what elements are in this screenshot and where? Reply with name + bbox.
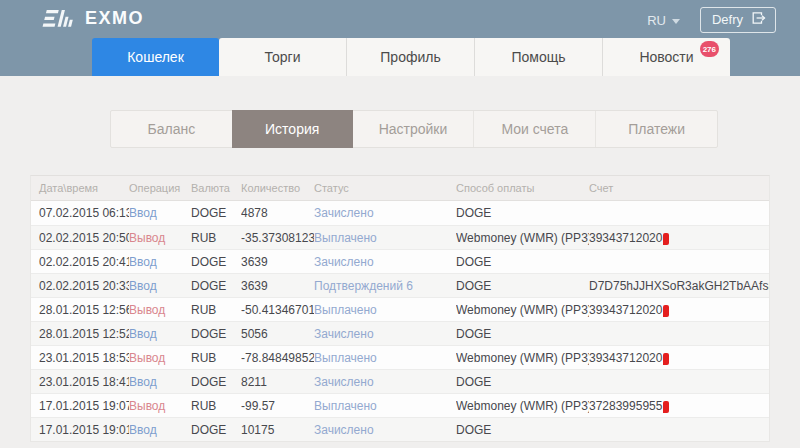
redaction-mark	[663, 305, 669, 317]
cell-currency: RUB	[191, 399, 241, 413]
cell-operation: Вывод	[129, 351, 191, 365]
cell-status[interactable]: Подтверждений 6	[314, 279, 456, 293]
tab-label: Кошелек	[127, 49, 184, 65]
cell-amount: -78.84849852	[241, 351, 314, 365]
cell-status[interactable]: Зачислено	[314, 423, 456, 437]
cell-payment: Webmoney (WMR) (PP3)	[456, 231, 589, 245]
cell-account: 37283995955	[589, 399, 769, 413]
cell-currency: DOGE	[191, 327, 241, 341]
column-header-account: Счет	[589, 182, 769, 194]
cell-amount: 3639	[241, 279, 314, 293]
cell-status[interactable]: Зачислено	[314, 255, 456, 269]
cell-status[interactable]: Выплачено	[314, 231, 456, 245]
tab-label: Новости	[639, 49, 693, 65]
cell-payment: DOGE	[456, 255, 589, 269]
cell-date: 17.01.2015 19:07	[31, 399, 129, 413]
cell-date: 02.02.2015 20:50	[31, 231, 129, 245]
cell-operation: Вывод	[129, 303, 191, 317]
cell-payment: DOGE	[456, 206, 589, 220]
username-label: Defry	[712, 12, 743, 27]
table-row[interactable]: 02.02.2015 20:41ВводDOGE3639ЗачисленоDOG…	[31, 249, 769, 273]
cell-status[interactable]: Выплачено	[314, 399, 456, 413]
subtab-settings[interactable]: Настройки	[353, 111, 474, 147]
table-row[interactable]: 23.01.2015 18:41ВводDOGE8211ЗачисленоDOG…	[31, 369, 769, 393]
cell-amount: 4878	[241, 206, 314, 220]
top-header: EXMO RU Defry Кошелек Торги Профиль	[0, 0, 800, 76]
cell-operation: Вывод	[129, 399, 191, 413]
cell-status[interactable]: Выплачено	[314, 351, 456, 365]
table-row[interactable]: 23.01.2015 18:53ВыводRUB-78.84849852Выпл…	[31, 345, 769, 369]
cell-currency: RUB	[191, 231, 241, 245]
cell-operation: Ввод	[129, 375, 191, 389]
subtab-label: История	[265, 121, 319, 137]
chevron-down-icon	[672, 19, 680, 24]
column-header-status: Статус	[314, 182, 456, 194]
tab-news[interactable]: Новости 276	[602, 38, 730, 76]
column-header-currency: Валюта	[191, 182, 241, 194]
redaction-mark	[663, 401, 669, 413]
cell-amount: 8211	[241, 375, 314, 389]
cell-payment: Webmoney (WMR) (PP3)	[456, 351, 589, 365]
cell-date: 02.02.2015 20:33	[31, 279, 129, 293]
tab-help[interactable]: Помощь	[474, 38, 602, 76]
cell-status[interactable]: Выплачено	[314, 303, 456, 317]
cell-date: 28.01.2015 12:56	[31, 303, 129, 317]
cell-payment: DOGE	[456, 423, 589, 437]
tab-label: Торги	[265, 49, 301, 65]
table-row[interactable]: 17.01.2015 19:01ВводDOGE10175ЗачисленоDO…	[31, 417, 769, 441]
cell-operation: Ввод	[129, 327, 191, 341]
table-row[interactable]: 28.01.2015 12:52ВводDOGE5056ЗачисленоDOG…	[31, 321, 769, 345]
table-row[interactable]: 02.02.2015 20:50ВыводRUB-35.37308123Выпл…	[31, 225, 769, 249]
cell-account: 39343712020	[589, 351, 769, 365]
cell-payment: DOGE	[456, 279, 589, 293]
cell-date: 28.01.2015 12:52	[31, 327, 129, 341]
logout-button[interactable]: Defry	[700, 7, 776, 33]
cell-account: 39343712020	[589, 231, 769, 245]
history-table: Дата\времяОперацияВалютаКоличествоСтатус…	[30, 175, 770, 442]
table-row[interactable]: 02.02.2015 20:33ВводDOGE3639Подтверждени…	[31, 273, 769, 297]
wallet-subnav: Баланс История Настройки Мои счета Плате…	[110, 110, 718, 148]
cell-payment: Webmoney (WMR) (PP3)	[456, 303, 589, 317]
brand-name: EXMO	[85, 8, 144, 29]
cell-date: 07.02.2015 06:13	[31, 206, 129, 220]
cell-payment: Webmoney (WMR) (PP3)	[456, 399, 589, 413]
table-row[interactable]: 07.02.2015 06:13ВводDOGE4878ЗачисленоDOG…	[31, 201, 769, 225]
subtab-label: Баланс	[148, 121, 196, 137]
subtab-balance[interactable]: Баланс	[111, 111, 232, 147]
cell-operation: Ввод	[129, 279, 191, 293]
subtab-label: Мои счета	[501, 121, 568, 137]
subtab-label: Платежи	[628, 121, 685, 137]
cell-operation: Ввод	[129, 423, 191, 437]
cell-date: 17.01.2015 19:01	[31, 423, 129, 437]
cell-currency: DOGE	[191, 279, 241, 293]
cell-status[interactable]: Зачислено	[314, 375, 456, 389]
cell-currency: DOGE	[191, 423, 241, 437]
language-selector[interactable]: RU	[647, 13, 680, 28]
tab-trading[interactable]: Торги	[219, 38, 346, 76]
table-body: 07.02.2015 06:13ВводDOGE4878ЗачисленоDOG…	[31, 201, 769, 441]
exmo-logo[interactable]: EXMO	[40, 8, 144, 29]
exmo-logo-icon	[40, 9, 76, 29]
tab-wallet[interactable]: Кошелек	[92, 38, 219, 76]
table-row[interactable]: 17.01.2015 19:07ВыводRUB-99.57ВыплаченоW…	[31, 393, 769, 417]
cell-account: 39343712020	[589, 303, 769, 317]
column-header-date: Дата\время	[31, 182, 129, 194]
cell-amount: -35.37308123	[241, 231, 314, 245]
cell-amount: 10175	[241, 423, 314, 437]
tab-label: Профиль	[380, 49, 440, 65]
cell-status[interactable]: Зачислено	[314, 327, 456, 341]
tab-profile[interactable]: Профиль	[346, 38, 474, 76]
redaction-mark	[663, 233, 669, 245]
subtab-history[interactable]: История	[232, 110, 353, 148]
language-label: RU	[647, 13, 666, 28]
subtab-accounts[interactable]: Мои счета	[473, 111, 595, 147]
cell-payment: DOGE	[456, 375, 589, 389]
main-nav: Кошелек Торги Профиль Помощь Новости 276	[92, 38, 730, 76]
subtab-payments[interactable]: Платежи	[595, 111, 717, 147]
cell-currency: RUB	[191, 351, 241, 365]
cell-operation: Ввод	[129, 255, 191, 269]
cell-payment: DOGE	[456, 327, 589, 341]
redaction-mark	[663, 353, 669, 365]
table-row[interactable]: 28.01.2015 12:56ВыводRUB-50.41346701Выпл…	[31, 297, 769, 321]
cell-status[interactable]: Зачислено	[314, 206, 456, 220]
